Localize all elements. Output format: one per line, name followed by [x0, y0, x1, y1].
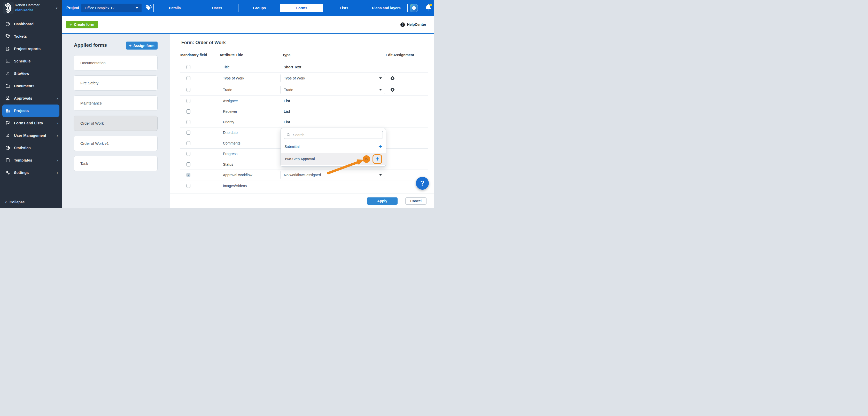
- brand-name: PlanRadar: [15, 8, 33, 12]
- sidebar-item-project-reports[interactable]: Project reports: [0, 43, 62, 55]
- mandatory-checkbox[interactable]: [187, 120, 190, 124]
- search-input[interactable]: [292, 133, 380, 137]
- dashboard-icon: [5, 22, 10, 27]
- sidebar: Robert Hammer PlanRadar › Dashboard Tick…: [0, 0, 62, 208]
- chevron-left-icon: ‹: [5, 199, 7, 205]
- mandatory-checkbox[interactable]: [187, 65, 190, 69]
- project-select[interactable]: Office Complex 12: [82, 4, 142, 12]
- floating-help-button[interactable]: ?: [416, 177, 429, 190]
- tab-groups[interactable]: Groups: [238, 4, 281, 12]
- sidebar-item-templates[interactable]: Templates ›: [0, 154, 62, 167]
- sidebar-item-settings[interactable]: Settings ›: [0, 167, 62, 179]
- mandatory-checkbox[interactable]: [187, 88, 190, 92]
- sidebar-item-tickets[interactable]: Tickets: [0, 30, 62, 43]
- form-footer: Apply Cancel: [170, 194, 434, 208]
- attribute-title-cell: Priority: [223, 120, 234, 124]
- help-center-button[interactable]: ? HelpCenter: [400, 23, 426, 27]
- mandatory-checkbox[interactable]: [187, 162, 190, 167]
- popup-option-two-step-approval[interactable]: Two-Step Approval 6 +: [281, 153, 386, 165]
- table-row-type-of-work: Type of Work Type of Work: [180, 72, 428, 84]
- collapse-label: Collapse: [9, 200, 25, 204]
- add-workflow-button-highlighted[interactable]: +: [373, 154, 382, 164]
- add-workflow-button[interactable]: +: [378, 143, 382, 150]
- apply-button[interactable]: Apply: [367, 198, 398, 205]
- sidebar-collapse-button[interactable]: ‹ Collapse: [5, 199, 25, 205]
- annotation-step-badge: 6: [363, 155, 370, 163]
- mandatory-checkbox[interactable]: [187, 99, 190, 103]
- form-card-label: Documentation: [80, 61, 106, 65]
- sidebar-item-schedule[interactable]: Schedule: [0, 55, 62, 67]
- applied-form-card-fire-safety[interactable]: Fire Safety: [74, 75, 158, 91]
- type-select-value: Trade: [284, 88, 293, 92]
- type-select-value: No workflows assigned: [284, 173, 321, 177]
- mandatory-checkbox[interactable]: [187, 131, 190, 135]
- applied-form-card-order-of-work-v1[interactable]: Order of Work v1: [74, 136, 158, 151]
- col-mandatory-field: Mandatory field: [180, 53, 207, 57]
- cancel-button[interactable]: Cancel: [405, 198, 427, 205]
- tab-users[interactable]: Users: [196, 4, 239, 12]
- applied-form-card-documentation[interactable]: Documentation: [74, 55, 158, 70]
- col-attribute-title: Attribute Title: [220, 53, 243, 57]
- tag-icon[interactable]: [145, 5, 152, 11]
- gear-icon[interactable]: [390, 76, 395, 81]
- type-select[interactable]: Type of Work: [281, 74, 385, 82]
- project-select-value: Office Complex 12: [85, 6, 115, 10]
- content-area: Applied forms + Assign form Documentatio…: [62, 34, 434, 208]
- form-card-label: Order of Work: [80, 121, 104, 126]
- tab-plans-and-layers[interactable]: Plans and layers: [365, 4, 408, 12]
- mandatory-checkbox[interactable]: [187, 152, 190, 156]
- toolbar: + Create form ? HelpCenter: [62, 16, 434, 33]
- plus-icon: +: [69, 23, 72, 27]
- notifications-bell-icon[interactable]: [425, 3, 432, 12]
- assign-form-button[interactable]: + Assign form: [126, 41, 158, 49]
- gear-icon[interactable]: [390, 88, 395, 92]
- forms-lists-icon: [5, 120, 10, 126]
- type-select[interactable]: Trade: [281, 86, 385, 94]
- popup-option-submittal[interactable]: Submittal +: [281, 140, 386, 153]
- sidebar-item-documents[interactable]: Documents: [0, 80, 62, 92]
- top-bar: Project Office Complex 12 DetailsUsersGr…: [62, 0, 434, 16]
- schedule-icon: [5, 59, 10, 64]
- mandatory-checkbox[interactable]: [187, 141, 190, 145]
- sidebar-header[interactable]: Robert Hammer PlanRadar ›: [0, 0, 62, 16]
- attribute-title-cell: Images/Videos: [223, 184, 247, 188]
- type-select[interactable]: No workflows assigned: [281, 171, 385, 179]
- sidebar-item-forms-and-lists[interactable]: Forms and Lists ›: [0, 117, 62, 129]
- sidebar-item-approvals[interactable]: Approvals ›: [0, 92, 62, 105]
- sidebar-item-projects[interactable]: Projects: [2, 105, 59, 117]
- popup-option-label: Two-Step Approval: [284, 157, 315, 161]
- documents-icon: [5, 83, 10, 89]
- mandatory-checkbox[interactable]: [187, 173, 190, 177]
- attribute-table: Title Short Text Type of Work Type of Wo…: [180, 62, 428, 191]
- sidebar-item-statistics[interactable]: Statistics: [0, 142, 62, 154]
- app-switcher-icon[interactable]: [410, 4, 418, 12]
- sidebar-item-siteview[interactable]: SiteView: [0, 67, 62, 80]
- tab-forms[interactable]: Forms: [280, 4, 323, 12]
- applied-form-card-task[interactable]: Task: [74, 156, 158, 171]
- mandatory-checkbox[interactable]: [187, 109, 190, 113]
- popup-options: Submittal + Two-Step Approval 6 +: [281, 140, 386, 165]
- workflow-assign-popup: Submittal + Two-Step Approval 6 +: [281, 128, 386, 167]
- tab-lists[interactable]: Lists: [323, 4, 365, 12]
- mandatory-checkbox[interactable]: [187, 76, 190, 80]
- popup-search-box[interactable]: [284, 131, 383, 139]
- applied-form-card-order-of-work[interactable]: Order of Work: [74, 116, 158, 131]
- attribute-type-cell: List: [284, 99, 290, 103]
- table-row-images-videos: Images/Videos: [180, 180, 428, 191]
- mandatory-checkbox[interactable]: [187, 184, 190, 188]
- table-row-title: Title Short Text: [180, 62, 428, 72]
- tab-details[interactable]: Details: [153, 4, 196, 12]
- project-tabs: DetailsUsersGroupsFormsListsPlans and la…: [153, 4, 408, 12]
- sidebar-item-user-management[interactable]: User Management ›: [0, 129, 62, 142]
- sidebar-expand-chevron-icon[interactable]: ›: [56, 4, 58, 10]
- popup-option-label: Submittal: [284, 144, 300, 149]
- user-management-icon: [5, 133, 10, 138]
- create-form-button[interactable]: + Create form: [66, 21, 98, 28]
- chevron-down-icon: [379, 174, 382, 176]
- sidebar-item-dashboard[interactable]: Dashboard: [0, 18, 62, 30]
- create-form-label: Create form: [74, 23, 94, 27]
- applied-forms-list: Documentation Fire Safety Maintenance Or…: [74, 55, 158, 176]
- attribute-title-cell: Type of Work: [223, 76, 244, 80]
- applied-form-card-maintenance[interactable]: Maintenance: [74, 96, 158, 111]
- form-detail-panel: Form: Order of Work Mandatory field Attr…: [170, 34, 434, 208]
